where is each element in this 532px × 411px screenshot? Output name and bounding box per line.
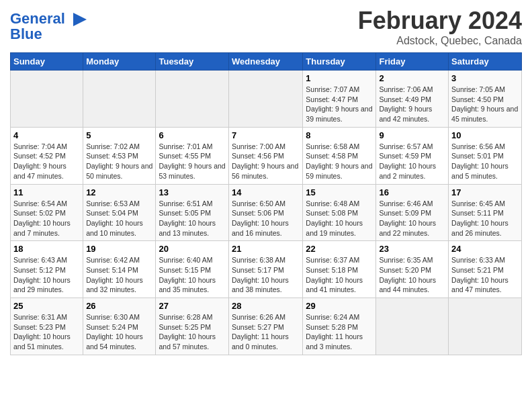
day-info: Sunrise: 7:04 AMSunset: 4:52 PMDaylight:… — [13, 142, 80, 181]
day-info: Sunrise: 6:33 AMSunset: 5:21 PMDaylight:… — [451, 255, 519, 295]
day-number: 10 — [451, 130, 519, 140]
calendar-cell: 11Sunrise: 6:54 AMSunset: 5:02 PMDayligh… — [11, 184, 83, 241]
day-info: Sunrise: 6:43 AMSunset: 5:12 PMDaylight:… — [13, 255, 80, 295]
day-number: 5 — [86, 130, 152, 140]
calendar-header: SundayMondayTuesdayWednesdayThursdayFrid… — [11, 53, 522, 71]
title-block: February 2024 Adstock, Quebec, Canada — [358, 7, 522, 47]
calendar-cell: 22Sunrise: 6:37 AMSunset: 5:18 PMDayligh… — [303, 241, 376, 298]
day-info: Sunrise: 7:05 AMSunset: 4:50 PMDaylight:… — [451, 85, 519, 124]
calendar-week-3: 18Sunrise: 6:43 AMSunset: 5:12 PMDayligh… — [11, 241, 522, 298]
day-number: 29 — [306, 301, 373, 311]
day-info: Sunrise: 6:45 AMSunset: 5:11 PMDaylight:… — [451, 199, 519, 238]
calendar-cell: 16Sunrise: 6:46 AMSunset: 5:09 PMDayligh… — [376, 184, 449, 241]
calendar-cell: 6Sunrise: 7:01 AMSunset: 4:55 PMDaylight… — [156, 127, 229, 184]
day-number: 21 — [232, 244, 300, 254]
day-number: 24 — [451, 244, 519, 254]
day-info: Sunrise: 6:57 AMSunset: 4:59 PMDaylight:… — [379, 142, 445, 181]
day-info: Sunrise: 7:02 AMSunset: 4:53 PMDaylight:… — [86, 142, 152, 181]
weekday-row: SundayMondayTuesdayWednesdayThursdayFrid… — [11, 53, 522, 71]
day-number: 3 — [451, 73, 519, 83]
calendar-cell: 17Sunrise: 6:45 AMSunset: 5:11 PMDayligh… — [449, 184, 522, 241]
day-info: Sunrise: 6:31 AMSunset: 5:23 PMDaylight:… — [13, 312, 80, 352]
weekday-header-sunday: Sunday — [11, 53, 83, 71]
calendar-cell: 4Sunrise: 7:04 AMSunset: 4:52 PMDaylight… — [11, 127, 83, 184]
day-number: 2 — [379, 73, 445, 83]
day-number: 16 — [379, 187, 445, 197]
weekday-header-wednesday: Wednesday — [229, 53, 303, 71]
day-number: 27 — [159, 301, 226, 311]
day-info: Sunrise: 6:40 AMSunset: 5:15 PMDaylight:… — [159, 255, 226, 295]
calendar-table: SundayMondayTuesdayWednesdayThursdayFrid… — [10, 52, 522, 355]
day-number: 25 — [13, 301, 80, 311]
day-info: Sunrise: 6:51 AMSunset: 5:05 PMDaylight:… — [159, 199, 226, 238]
logo-icon — [71, 10, 89, 29]
header: General Blue February 2024 Adstock, Queb… — [10, 7, 522, 47]
calendar-cell: 13Sunrise: 6:51 AMSunset: 5:05 PMDayligh… — [156, 184, 229, 241]
svg-marker-0 — [73, 13, 87, 26]
calendar-cell: 26Sunrise: 6:30 AMSunset: 5:24 PMDayligh… — [83, 298, 156, 355]
day-number: 12 — [86, 187, 152, 197]
calendar-cell — [11, 71, 83, 128]
calendar-cell — [229, 71, 303, 128]
calendar-week-0: 1Sunrise: 7:07 AMSunset: 4:47 PMDaylight… — [11, 71, 522, 128]
day-number: 28 — [232, 301, 300, 311]
day-number: 17 — [451, 187, 519, 197]
calendar-cell: 12Sunrise: 6:53 AMSunset: 5:04 PMDayligh… — [83, 184, 156, 241]
day-info: Sunrise: 7:07 AMSunset: 4:47 PMDaylight:… — [306, 85, 373, 124]
calendar-cell: 3Sunrise: 7:05 AMSunset: 4:50 PMDaylight… — [449, 71, 522, 128]
calendar-week-1: 4Sunrise: 7:04 AMSunset: 4:52 PMDaylight… — [11, 127, 522, 184]
day-number: 22 — [306, 244, 373, 254]
calendar-cell: 5Sunrise: 7:02 AMSunset: 4:53 PMDaylight… — [83, 127, 156, 184]
calendar-cell: 23Sunrise: 6:35 AMSunset: 5:20 PMDayligh… — [376, 241, 449, 298]
day-number: 11 — [13, 187, 80, 197]
calendar-cell: 25Sunrise: 6:31 AMSunset: 5:23 PMDayligh… — [11, 298, 83, 355]
calendar-cell: 28Sunrise: 6:26 AMSunset: 5:27 PMDayligh… — [229, 298, 303, 355]
calendar-cell: 27Sunrise: 6:28 AMSunset: 5:25 PMDayligh… — [156, 298, 229, 355]
day-info: Sunrise: 6:38 AMSunset: 5:17 PMDaylight:… — [232, 255, 300, 295]
calendar-week-4: 25Sunrise: 6:31 AMSunset: 5:23 PMDayligh… — [11, 298, 522, 355]
calendar-cell: 9Sunrise: 6:57 AMSunset: 4:59 PMDaylight… — [376, 127, 449, 184]
day-info: Sunrise: 7:01 AMSunset: 4:55 PMDaylight:… — [159, 142, 226, 181]
calendar-body: 1Sunrise: 7:07 AMSunset: 4:47 PMDaylight… — [11, 71, 522, 355]
day-number: 15 — [306, 187, 373, 197]
calendar-cell: 1Sunrise: 7:07 AMSunset: 4:47 PMDaylight… — [303, 71, 376, 128]
day-number: 20 — [159, 244, 226, 254]
calendar-cell — [376, 298, 449, 355]
day-number: 9 — [379, 130, 445, 140]
calendar-cell: 7Sunrise: 7:00 AMSunset: 4:56 PMDaylight… — [229, 127, 303, 184]
day-number: 14 — [232, 187, 300, 197]
calendar-cell: 19Sunrise: 6:42 AMSunset: 5:14 PMDayligh… — [83, 241, 156, 298]
weekday-header-saturday: Saturday — [449, 53, 522, 71]
logo: General Blue — [10, 10, 89, 42]
day-info: Sunrise: 6:26 AMSunset: 5:27 PMDaylight:… — [232, 312, 300, 352]
main-title: February 2024 — [358, 7, 522, 35]
day-number: 19 — [86, 244, 152, 254]
day-number: 26 — [86, 301, 152, 311]
calendar-week-2: 11Sunrise: 6:54 AMSunset: 5:02 PMDayligh… — [11, 184, 522, 241]
day-number: 8 — [306, 130, 373, 140]
weekday-header-friday: Friday — [376, 53, 449, 71]
weekday-header-thursday: Thursday — [303, 53, 376, 71]
calendar-cell: 18Sunrise: 6:43 AMSunset: 5:12 PMDayligh… — [11, 241, 83, 298]
day-info: Sunrise: 6:48 AMSunset: 5:08 PMDaylight:… — [306, 199, 373, 238]
calendar-cell: 21Sunrise: 6:38 AMSunset: 5:17 PMDayligh… — [229, 241, 303, 298]
day-info: Sunrise: 7:00 AMSunset: 4:56 PMDaylight:… — [232, 142, 300, 181]
calendar-cell: 20Sunrise: 6:40 AMSunset: 5:15 PMDayligh… — [156, 241, 229, 298]
calendar-cell: 29Sunrise: 6:24 AMSunset: 5:28 PMDayligh… — [303, 298, 376, 355]
weekday-header-tuesday: Tuesday — [156, 53, 229, 71]
calendar-cell: 8Sunrise: 6:58 AMSunset: 4:58 PMDaylight… — [303, 127, 376, 184]
day-info: Sunrise: 6:42 AMSunset: 5:14 PMDaylight:… — [86, 255, 152, 295]
calendar-cell — [156, 71, 229, 128]
calendar-cell: 15Sunrise: 6:48 AMSunset: 5:08 PMDayligh… — [303, 184, 376, 241]
calendar-cell: 14Sunrise: 6:50 AMSunset: 5:06 PMDayligh… — [229, 184, 303, 241]
day-info: Sunrise: 6:54 AMSunset: 5:02 PMDaylight:… — [13, 199, 80, 238]
day-number: 13 — [159, 187, 226, 197]
day-number: 18 — [13, 244, 80, 254]
day-info: Sunrise: 6:28 AMSunset: 5:25 PMDaylight:… — [159, 312, 226, 352]
day-info: Sunrise: 6:30 AMSunset: 5:24 PMDaylight:… — [86, 312, 152, 352]
day-number: 7 — [232, 130, 300, 140]
weekday-header-monday: Monday — [83, 53, 156, 71]
calendar-cell: 24Sunrise: 6:33 AMSunset: 5:21 PMDayligh… — [449, 241, 522, 298]
calendar-cell — [449, 298, 522, 355]
day-number: 4 — [13, 130, 80, 140]
